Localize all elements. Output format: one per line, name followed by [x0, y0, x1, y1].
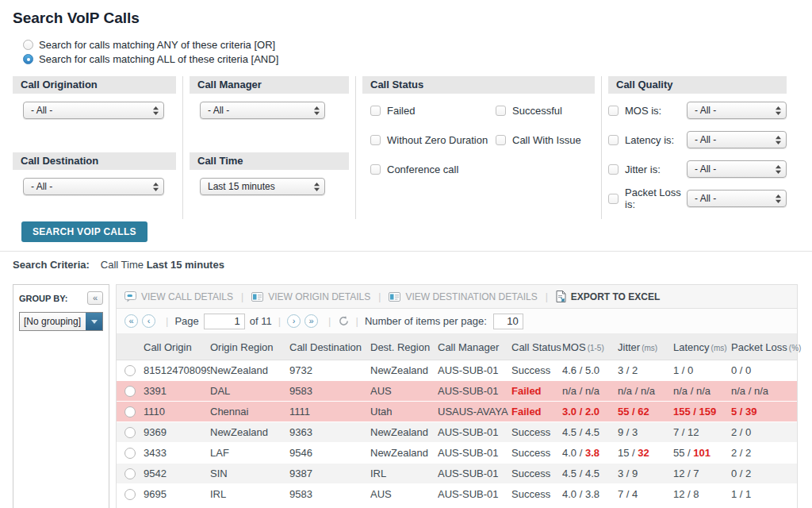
filter-panels: Call Origination - All - Call Destinatio… [13, 76, 799, 219]
row-select-radio[interactable] [124, 365, 136, 376]
checkbox-successful[interactable]: Successful [496, 103, 595, 117]
checkbox-icon[interactable] [608, 194, 619, 204]
col-header-origin-region[interactable]: Origin Region [210, 341, 289, 353]
checkbox-icon[interactable] [496, 106, 506, 116]
table-row[interactable]: 9369 NewZealand 9363 NewZealand AUS-SUB-… [117, 422, 797, 443]
cell-call-status: Failed [511, 406, 562, 418]
col-header-latency[interactable]: Latency(ms) [673, 341, 731, 353]
view-call-details-button[interactable]: VIEW CALL DETAILS [124, 291, 233, 302]
checkbox-conference-call[interactable]: Conference call [370, 162, 496, 176]
cell-origin-region: NewZealand [210, 426, 289, 438]
col-header-dest-region[interactable]: Dest. Region [370, 341, 438, 353]
col-header-call-status[interactable]: Call Status [511, 341, 562, 353]
checkbox-icon[interactable] [608, 135, 619, 145]
mos-label: MOS is: [625, 105, 661, 117]
latency-select-value: - All - [695, 134, 716, 145]
checkbox-packet-loss[interactable]: Packet Loss is: [608, 191, 687, 206]
collapse-sidebar-button[interactable]: « [87, 291, 103, 305]
contact-card-icon [389, 292, 400, 302]
first-page-button[interactable]: « [124, 314, 138, 328]
col-header-mos[interactable]: MOS(1-5) [562, 341, 618, 353]
checkbox-icon[interactable] [608, 164, 619, 175]
row-select-radio[interactable] [124, 406, 136, 418]
page-title: Search VoIP Calls [13, 10, 799, 27]
items-per-page-input[interactable] [493, 314, 523, 329]
jitter-label: Jitter is: [625, 164, 661, 175]
next-page-button[interactable]: › [287, 314, 301, 328]
last-page-button[interactable]: » [304, 314, 318, 328]
call-time-select[interactable]: Last 15 minutes [200, 178, 325, 195]
table-row[interactable]: 9542 SIN 9387 IRL AUS-SUB-01 Success 4.5… [117, 464, 797, 484]
pager-separator: | [278, 315, 281, 327]
cell-call-origin: 3391 [144, 385, 210, 397]
group-by-select[interactable]: [No grouping] [19, 312, 103, 331]
export-to-excel-button[interactable]: EXPORT TO EXCEL [556, 291, 660, 302]
radio-unselected-icon[interactable] [23, 40, 33, 50]
search-voip-calls-button[interactable]: SEARCH VOIP CALLS [21, 221, 147, 242]
speech-bubble-icon [124, 291, 136, 302]
cell-call-manager: AUS-SUB-01 [438, 426, 511, 438]
checkbox-failed[interactable]: Failed [370, 103, 496, 117]
quality-row-jitter: Jitter is: - All - [608, 160, 787, 178]
select-stepper-icon [776, 165, 781, 174]
col-header-packet-loss[interactable]: Packet Loss(%) [731, 341, 793, 353]
cell-latency: 7 / 12 [673, 426, 731, 438]
cell-call-origin: 815124708099 [144, 364, 210, 376]
criteria-option-any[interactable]: Search for calls matching ANY of these c… [23, 37, 799, 52]
row-select-radio[interactable] [124, 386, 136, 397]
cell-call-manager: USAUS-AVAYA [438, 406, 511, 418]
col-header-call-origin[interactable]: Call Origin [144, 341, 210, 353]
table-row[interactable]: 3391 DAL 9583 AUS AUS-SUB-01 Failed n/a … [117, 381, 797, 402]
call-origination-select[interactable]: - All - [23, 102, 164, 119]
row-select-radio[interactable] [124, 427, 136, 438]
chevron-down-icon[interactable] [86, 313, 102, 330]
call-manager-select[interactable]: - All - [200, 102, 325, 119]
packet-loss-select[interactable]: - All - [687, 190, 787, 207]
criteria-option-all[interactable]: Search for calls matching ALL of these c… [23, 52, 799, 66]
radio-selected-icon[interactable] [23, 54, 33, 64]
checkbox-jitter[interactable]: Jitter is: [608, 162, 687, 176]
checkbox-latency[interactable]: Latency is: [608, 133, 687, 147]
call-manager-select-value: - All - [208, 105, 229, 116]
pager-separator: | [328, 315, 331, 327]
checkbox-icon[interactable] [608, 106, 619, 116]
table-row[interactable]: 1110 Chennai 1111 Utah USAUS-AVAYA Faile… [117, 402, 797, 422]
cell-call-manager: AUS-SUB-01 [438, 447, 511, 459]
view-destination-details-label: VIEW DESTINATION DETAILS [405, 291, 537, 302]
checkbox-icon[interactable] [496, 135, 506, 145]
filter-column-call-quality: Call Quality MOS is: - All - [602, 76, 793, 219]
cell-origin-region: Chennai [210, 406, 289, 418]
checkbox-icon[interactable] [370, 135, 381, 145]
view-destination-details-button[interactable]: VIEW DESTINATION DETAILS [389, 291, 537, 302]
quality-row-mos: MOS is: - All - [608, 102, 787, 119]
row-select-radio[interactable] [124, 468, 136, 479]
row-select-radio[interactable] [124, 448, 136, 459]
cell-mos: 4.5 / 4.5 [562, 468, 618, 479]
view-origin-details-button[interactable]: VIEW ORIGIN DETAILS [251, 291, 370, 302]
prev-page-button[interactable]: ‹ [142, 314, 155, 328]
checkbox-icon[interactable] [370, 106, 381, 116]
checkbox-without-zero-duration[interactable]: Without Zero Duration [370, 133, 496, 147]
group-by-sidebar: GROUP BY: « [No grouping] [13, 284, 109, 508]
latency-select[interactable]: - All - [687, 131, 787, 148]
jitter-select[interactable]: - All - [687, 160, 787, 178]
row-select-radio[interactable] [124, 489, 136, 500]
page-number-input[interactable] [204, 314, 245, 329]
checkbox-icon[interactable] [370, 164, 381, 175]
cell-origin-region: DAL [210, 385, 289, 397]
mos-select[interactable]: - All - [687, 102, 787, 119]
filter-column-manager-time: Call Manager - All - Call Time Last 15 m… [183, 76, 356, 219]
checkbox-without-zero-duration-label: Without Zero Duration [387, 134, 488, 146]
cell-latency: 55 / 101 [673, 447, 731, 459]
checkbox-call-with-issue[interactable]: Call With Issue [496, 133, 595, 147]
refresh-icon[interactable] [338, 315, 350, 327]
col-header-call-manager[interactable]: Call Manager [438, 341, 511, 353]
col-header-call-destination[interactable]: Call Destination [289, 341, 370, 353]
call-destination-select[interactable]: - All - [23, 178, 164, 195]
table-row[interactable]: 9695 IRL 9583 AUS AUS-SUB-01 Success 4.0… [117, 484, 797, 505]
page-of-label: of 11 [250, 315, 272, 327]
table-row[interactable]: 3433 LAF 9546 NewZealand AUS-SUB-01 Succ… [117, 443, 797, 464]
col-header-jitter[interactable]: Jitter(ms) [618, 341, 673, 353]
checkbox-mos[interactable]: MOS is: [608, 103, 687, 117]
table-row[interactable]: 815124708099 NewZealand 9732 NewZealand … [117, 360, 797, 381]
